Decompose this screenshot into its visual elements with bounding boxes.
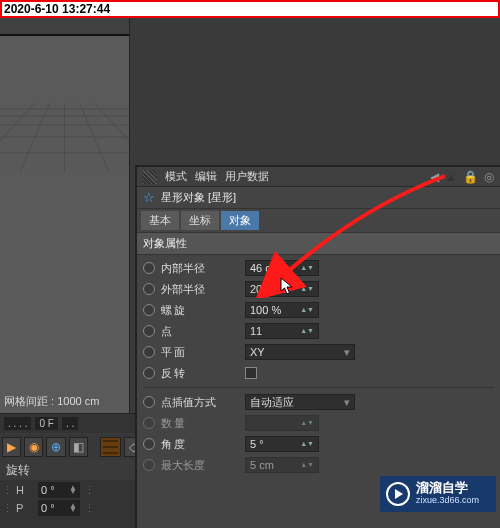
viewport-divider: [0, 18, 129, 36]
transform-fields: ⋮ H 0 °▲▼ ⋮ ⋮ P 0 °▲▼ ⋮: [0, 480, 145, 528]
radio-outer-radius[interactable]: [143, 283, 155, 295]
h-label: H: [16, 484, 34, 496]
checkbox-reverse[interactable]: [245, 367, 257, 379]
label-maxlen: 最大长度: [161, 458, 239, 473]
play-icon[interactable]: ▶: [2, 437, 21, 457]
header-icons: ◀ ▲ 🔒 ◎: [430, 170, 494, 184]
radio-angle[interactable]: [143, 438, 155, 450]
select-interp[interactable]: 自动适应▾: [245, 394, 355, 410]
radio-plane[interactable]: [143, 346, 155, 358]
menu-mode[interactable]: 模式: [165, 169, 187, 184]
h-input[interactable]: 0 °▲▼: [38, 482, 80, 498]
object-title-row: ☆ 星形对象 [星形]: [137, 187, 500, 209]
label-reverse: 反转: [161, 366, 239, 381]
tabs: 基本 坐标 对象: [137, 209, 500, 232]
nav-back-icon[interactable]: ◀: [430, 170, 439, 184]
label-count: 数量: [161, 416, 239, 431]
radio-inner-radius[interactable]: [143, 262, 155, 274]
label-interp: 点插值方式: [161, 395, 239, 410]
menu-userdata[interactable]: 用户数据: [225, 169, 269, 184]
dots-icon-2: ⋮: [84, 484, 95, 497]
object-name: 星形对象 [星形]: [161, 190, 236, 205]
divider: [143, 387, 494, 388]
position-icon[interactable]: ⊕: [46, 437, 65, 457]
label-plane: 平面: [161, 345, 239, 360]
input-inner-radius[interactable]: 46 cm▲▼: [245, 260, 319, 276]
radio-points[interactable]: [143, 325, 155, 337]
menu-edit[interactable]: 编辑: [195, 169, 217, 184]
label-points: 点: [161, 324, 239, 339]
target-icon[interactable]: ◎: [484, 170, 494, 184]
select-plane[interactable]: XY▾: [245, 344, 355, 360]
dots-icon-3: ⋮: [2, 502, 12, 515]
dots-icon: ⋮: [2, 484, 12, 497]
attribute-panel: 模式 编辑 用户数据 ◀ ▲ 🔒 ◎ ☆ 星形对象 [星形] 基本 坐标 对象 …: [135, 165, 500, 528]
input-points[interactable]: 11▲▼: [245, 323, 319, 339]
grip-icon[interactable]: [143, 170, 157, 184]
label-angle: 角度: [161, 437, 239, 452]
watermark: 溜溜自学 zixue.3d66.com: [380, 476, 496, 512]
label-twist: 螺旋: [161, 303, 239, 318]
input-angle[interactable]: 5 °▲▼: [245, 436, 319, 452]
watermark-subtitle: zixue.3d66.com: [416, 494, 479, 506]
film-icon[interactable]: [100, 437, 121, 457]
watermark-title: 溜溜自学: [416, 482, 479, 494]
label-inner-radius: 内部半径: [161, 261, 239, 276]
input-twist[interactable]: 100 %▲▼: [245, 302, 319, 318]
p-input[interactable]: 0 °▲▼: [38, 500, 80, 516]
radio-maxlen[interactable]: [143, 459, 155, 471]
panel-header: 模式 编辑 用户数据 ◀ ▲ 🔒 ◎: [137, 167, 500, 187]
tab-coord[interactable]: 坐标: [181, 211, 219, 230]
radio-count[interactable]: [143, 417, 155, 429]
dots-icon-4: ⋮: [84, 502, 95, 515]
properties-list: 内部半径 46 cm▲▼ 外部半径 200 cm▲▼ 螺旋 100 %▲▼ 点 …: [137, 255, 500, 478]
tab-basic[interactable]: 基本: [141, 211, 179, 230]
input-outer-radius[interactable]: 200 cm▲▼: [245, 281, 319, 297]
radio-interp[interactable]: [143, 396, 155, 408]
toolbar-row: ▶ ◉ ⊕ ◧ ◇: [0, 434, 145, 460]
timestamp-text: 2020-6-10 13:27:44: [4, 2, 110, 16]
tab-object[interactable]: 对象: [221, 211, 259, 230]
star-icon: ☆: [143, 190, 155, 205]
hud-temp: 0 F: [35, 417, 57, 430]
timestamp-bar: 2020-6-10 13:27:44: [0, 0, 500, 18]
radio-twist[interactable]: [143, 304, 155, 316]
label-outer-radius: 外部半径: [161, 282, 239, 297]
scale-icon[interactable]: ◧: [69, 437, 88, 457]
input-count[interactable]: ▲▼: [245, 415, 319, 431]
lock-icon[interactable]: 🔒: [463, 170, 478, 184]
grid-spacing-label: 网格间距 : 1000 cm: [4, 394, 99, 409]
hud-dots-2: . .: [62, 417, 78, 430]
input-maxlen[interactable]: 5 cm▲▼: [245, 457, 319, 473]
p-label: P: [16, 502, 34, 514]
nav-up-icon[interactable]: ▲: [445, 170, 457, 184]
viewport-grid: [0, 103, 129, 173]
record-icon[interactable]: ◉: [24, 437, 43, 457]
hud-bar: . . . . 0 F . .: [0, 413, 145, 433]
watermark-play-icon: [386, 482, 410, 506]
viewport-3d[interactable]: 网格间距 : 1000 cm: [0, 18, 130, 413]
rotate-label: 旋转: [6, 462, 30, 479]
radio-reverse[interactable]: [143, 367, 155, 379]
hud-dots-1: . . . .: [4, 417, 31, 430]
section-object-attrs: 对象属性: [137, 232, 500, 255]
